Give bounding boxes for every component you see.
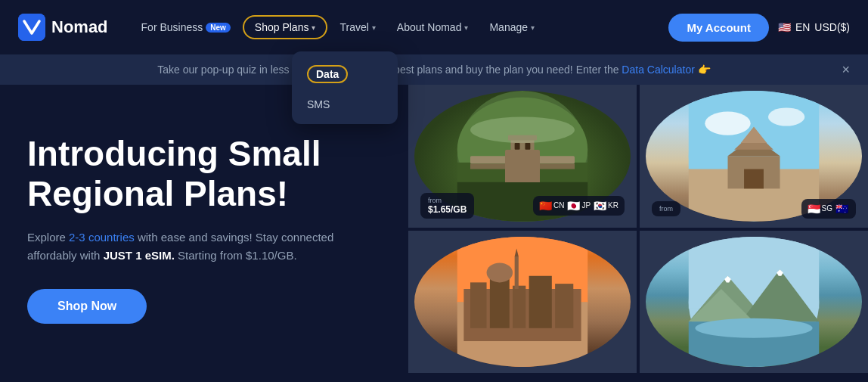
banner-text: Take our pop-up quiz in less than 1 min … [157,64,710,76]
shop-plans-dropdown: Data SMS [292,51,398,124]
photo-cell-2: from 🇸🇬 SG 🇦🇺 [640,85,868,228]
svg-point-11 [470,117,575,144]
photo-1-info: from $1.65/GB 🇨🇳 CN 🇯🇵 JP � [414,193,631,219]
photo-circle-4 [646,237,862,368]
flag-au: 🇦🇺 [835,203,850,215]
dropdown-item-sms[interactable]: SMS [292,91,398,118]
flag-kr: 🇰🇷 KR [594,200,618,212]
chevron-down-icon: ▾ [464,23,468,32]
svg-point-15 [705,112,750,135]
dropdown-item-data[interactable]: Data [292,57,398,91]
nav-about-nomad[interactable]: About Nomad ▾ [388,15,478,39]
price-badge-1: from $1.65/GB [420,193,474,219]
svg-rect-10 [525,143,530,150]
logo-icon [18,14,45,41]
svg-rect-29 [529,275,552,328]
flag-icon: 🇺🇸 [778,21,791,33]
nav-right: My Account 🇺🇸 EN USD($) [668,14,850,42]
chevron-down-icon: ▾ [372,23,376,32]
hero-content: Introducing Small Regional Plans! Explor… [0,85,408,373]
my-account-button[interactable]: My Account [668,14,768,42]
chevron-down-icon: ▾ [531,23,535,32]
logo[interactable]: Nomad [18,14,108,41]
nav-manage[interactable]: Manage ▾ [480,15,544,39]
svg-rect-30 [555,284,573,328]
svg-point-16 [768,107,804,126]
flag-sg: 🇸🇬 SG [808,203,832,215]
svg-rect-21 [744,169,764,189]
photo-2-info: from 🇸🇬 SG 🇦🇺 [646,199,862,219]
hero-title: Introducing Small Regional Plans! [27,134,378,214]
svg-rect-5 [470,156,575,163]
flags-row-1: 🇨🇳 CN 🇯🇵 JP 🇰🇷 KR [533,196,625,216]
svg-rect-32 [515,256,519,288]
flag-cn: 🇨🇳 CN [539,200,564,212]
nav-shop-plans[interactable]: Shop Plans ▾ [243,15,328,39]
photo-cell-1: from $1.65/GB 🇨🇳 CN 🇯🇵 JP � [408,85,637,228]
svg-rect-6 [470,164,575,169]
hero-images: from $1.65/GB 🇨🇳 CN 🇯🇵 JP � [408,85,868,373]
flag-jp: 🇯🇵 JP [567,200,591,212]
nav-travel[interactable]: Travel ▾ [330,15,384,39]
svg-rect-0 [18,14,45,41]
photo-circle-3 [414,237,631,368]
price-badge-2: from [652,201,680,216]
flags-row-2: 🇸🇬 SG 🇦🇺 [801,199,856,219]
banner-close-button[interactable]: × [842,62,850,78]
nav-links: For Business New Shop Plans ▾ Travel ▾ A… [132,15,669,39]
photo-grid: from $1.65/GB 🇨🇳 CN 🇯🇵 JP � [408,85,868,373]
hero-section: Introducing Small Regional Plans! Explor… [0,85,868,373]
photo-cell-3 [408,231,637,374]
shop-now-button[interactable]: Shop Now [27,289,147,324]
highlight-countries: 2-3 countries [69,231,135,244]
logo-text: Nomad [51,17,108,37]
nav-for-business[interactable]: For Business New [132,15,240,39]
navbar: Nomad For Business New Shop Plans ▾ Trav… [0,0,868,54]
hero-description: Explore 2-3 countries with ease and savi… [27,228,378,265]
language-selector[interactable]: 🇺🇸 EN USD($) [778,21,850,33]
new-badge: New [206,23,231,33]
svg-point-42 [695,318,812,337]
svg-rect-28 [513,285,525,328]
chevron-down-icon: ▾ [312,23,315,32]
svg-rect-9 [515,143,520,150]
notification-banner: Take our pop-up quiz in less than 1 min … [0,54,868,85]
highlight-esim: JUST 1 eSIM. [104,249,175,262]
data-calculator-link[interactable]: Data Calculator [622,64,695,76]
svg-rect-26 [470,282,487,328]
svg-point-31 [487,262,513,282]
photo-cell-4 [640,231,868,374]
